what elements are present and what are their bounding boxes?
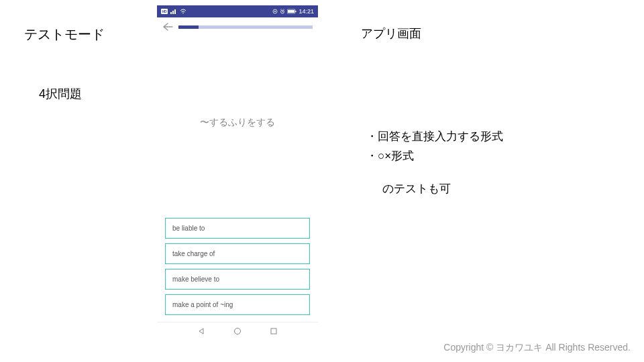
svg-line-11 xyxy=(281,9,282,10)
question-area: 〜するふりをする be liable to take charge of mak… xyxy=(157,36,318,322)
phone-mock: HD 14:21 〜するふりをする be liable to take char… xyxy=(157,5,318,339)
choice-list: be liable to take charge of make believe… xyxy=(157,214,318,322)
back-button[interactable] xyxy=(162,22,173,32)
choice-option[interactable]: take charge of xyxy=(165,243,310,264)
svg-line-12 xyxy=(284,9,284,10)
nav-home-button[interactable] xyxy=(233,327,241,335)
signal-icon xyxy=(170,9,177,14)
choice-option[interactable]: make a point of ~ing xyxy=(165,294,310,315)
square-recent-icon xyxy=(270,327,278,335)
svg-rect-4 xyxy=(174,9,176,14)
copyright-text: Copyright © ヨカワユキ All Rights Reserved. xyxy=(443,342,631,354)
status-bar: HD 14:21 xyxy=(157,5,318,17)
bullet-item-2: ・○×形式 xyxy=(366,147,503,166)
alarm-icon xyxy=(280,9,285,14)
svg-rect-17 xyxy=(271,328,276,334)
label-test-mode: テストモード xyxy=(24,25,105,44)
label-app-screen: アプリ画面 xyxy=(361,25,421,42)
hd-icon: HD xyxy=(161,9,168,14)
question-text: 〜するふりをする xyxy=(157,117,318,129)
svg-rect-2 xyxy=(170,12,172,14)
nav-recent-button[interactable] xyxy=(270,327,278,335)
settings-icon xyxy=(272,9,278,14)
nav-back-button[interactable] xyxy=(197,327,205,335)
arrow-left-icon xyxy=(162,22,173,32)
circle-home-icon xyxy=(233,327,241,335)
bullet-item-1: ・回答を直接入力する形式 xyxy=(366,127,503,147)
app-bar xyxy=(157,17,318,36)
svg-point-7 xyxy=(274,11,276,12)
triangle-back-icon xyxy=(197,327,205,335)
svg-rect-3 xyxy=(172,11,174,14)
choice-option[interactable]: be liable to xyxy=(165,218,310,239)
svg-rect-14 xyxy=(295,11,297,12)
progress-fill xyxy=(178,25,199,29)
svg-point-5 xyxy=(182,13,184,14)
svg-text:HD: HD xyxy=(162,9,167,13)
nav-bar xyxy=(157,322,318,339)
battery-icon xyxy=(287,9,297,14)
bullet-list: ・回答を直接入力する形式 ・○×形式 xyxy=(366,127,503,166)
bullet-followup: のテストも可 xyxy=(382,181,451,196)
status-right-icons: 14:21 xyxy=(272,8,314,15)
status-left-icons: HD xyxy=(161,9,186,14)
choice-option[interactable]: make believe to xyxy=(165,269,310,290)
status-time: 14:21 xyxy=(299,8,314,15)
svg-point-16 xyxy=(235,328,241,334)
label-four-choice: 4択問題 xyxy=(39,86,82,102)
wifi-icon xyxy=(180,9,186,14)
svg-rect-15 xyxy=(288,10,294,13)
progress-bar xyxy=(178,25,313,29)
